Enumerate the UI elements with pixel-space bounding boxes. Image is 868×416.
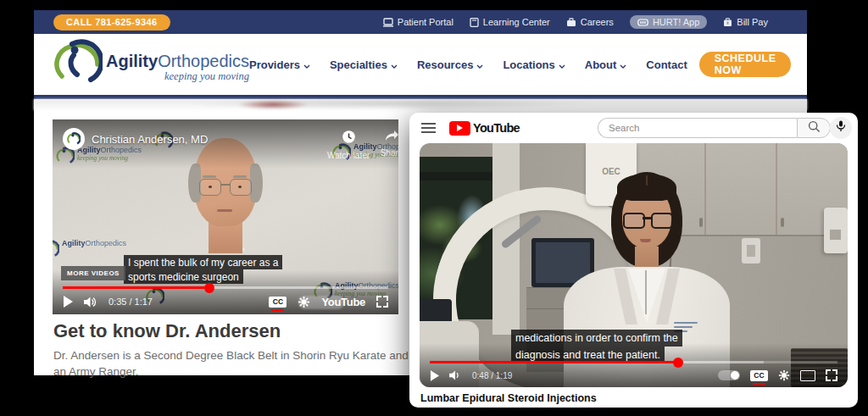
search-button[interactable]: [797, 118, 831, 138]
hero-image-edge: [34, 99, 807, 110]
youtube-logo[interactable]: YouTube: [449, 121, 520, 136]
patient-portal-icon: [383, 18, 393, 27]
top-utility-bar: CALL 781-625-9346 Patient Portal Learnin…: [34, 10, 807, 34]
hurt-app-label: HURT! App: [653, 17, 699, 27]
brand-tagline: keeping you moving: [106, 71, 249, 82]
call-button[interactable]: CALL 781-625-9346: [53, 14, 170, 31]
time-display: 0:35 / 1:17: [108, 297, 153, 307]
youtube-wordmark: YouTube: [473, 121, 520, 135]
youtube-logo-button[interactable]: YouTube: [321, 296, 365, 308]
youtube-play-badge-icon: [449, 121, 470, 136]
learning-center-link[interactable]: Learning Center: [470, 17, 550, 27]
share-label: Share: [376, 148, 398, 158]
youtube-header: YouTube: [409, 113, 858, 143]
careers-label: Careers: [581, 17, 614, 27]
player-controls: 0:35 / 1:17 CC YouTube: [53, 289, 398, 314]
nav-providers[interactable]: Providers: [249, 58, 310, 71]
youtube-video-player[interactable]: OEC medications in order to confirm the: [420, 143, 848, 387]
watch-later-button[interactable]: Watch later: [324, 130, 373, 160]
watch-later-label: Watch later: [324, 151, 373, 160]
search-input[interactable]: [598, 118, 797, 138]
video-title-link[interactable]: Christian Andersen, MD: [92, 133, 208, 146]
nav-about[interactable]: About: [585, 58, 627, 71]
cc-button[interactable]: CC: [750, 370, 768, 381]
captions: medications in order to confirm the diag…: [511, 330, 682, 363]
time-display: 0:48 / 1:19: [472, 371, 512, 380]
sanitizer-dispenser: [824, 208, 848, 253]
hurt-app-link[interactable]: HURT! App: [630, 15, 707, 29]
nav-specialties[interactable]: Specialties: [330, 58, 398, 71]
schedule-now-button[interactable]: SCHEDULE NOW: [699, 52, 792, 77]
search-bar: [598, 118, 831, 138]
play-button[interactable]: [430, 370, 439, 381]
menu-icon[interactable]: [421, 120, 436, 136]
agility-logo-mark-icon: [53, 39, 103, 90]
main-header: AgilityOrthopedics keeping you moving Pr…: [34, 34, 807, 95]
page-title: Get to know Dr. Andersen: [53, 320, 281, 342]
cc-button[interactable]: CC: [269, 297, 287, 308]
microphone-icon: [836, 120, 846, 136]
section-body-text: Dr. Andersen is a Second Degree Black Be…: [53, 347, 413, 380]
patient-portal-label: Patient Portal: [398, 17, 453, 27]
main-nav: Providers Specialties Resources Location…: [249, 58, 687, 71]
share-icon: [384, 130, 398, 144]
player-controls: 0:48 / 1:19 CC: [420, 363, 848, 387]
embedded-video-player[interactable]: AgilityOrthopedicskeeping you moving Agi…: [53, 119, 398, 314]
autoplay-toggle[interactable]: [718, 370, 740, 380]
utility-links: Patient Portal Learning Center Careers H…: [383, 15, 768, 29]
careers-link[interactable]: Careers: [566, 17, 614, 27]
volume-button[interactable]: [84, 297, 97, 308]
channel-avatar[interactable]: [63, 128, 85, 150]
book-icon: [470, 18, 479, 27]
settings-gear-icon[interactable]: [298, 296, 310, 308]
hurt-app-icon: [637, 19, 648, 26]
briefcase-icon: [566, 18, 576, 27]
video-title[interactable]: Lumbar Epidural Steroid Injections: [420, 392, 597, 404]
clock-icon: [342, 132, 356, 147]
brand-light: Orthopedics: [158, 52, 249, 70]
play-button[interactable]: [63, 296, 73, 308]
patient-portal-link[interactable]: Patient Portal: [383, 17, 453, 27]
settings-gear-icon[interactable]: [778, 369, 790, 381]
fullscreen-button[interactable]: [376, 296, 388, 308]
agility-logo[interactable]: AgilityOrthopedics keeping you moving: [53, 39, 249, 90]
more-videos-button[interactable]: MORE VIDEOS: [61, 266, 125, 280]
light-switch: [742, 238, 760, 263]
chevron-down-icon: [620, 58, 626, 71]
learning-center-label: Learning Center: [483, 17, 550, 27]
bill-pay-icon: [723, 18, 732, 27]
nav-locations[interactable]: Locations: [503, 58, 565, 71]
backdrop-logo: AgilityOrthopedics: [53, 240, 126, 258]
nav-contact[interactable]: Contact: [646, 58, 687, 71]
voice-search-button[interactable]: [830, 117, 852, 139]
nav-resources[interactable]: Resources: [417, 58, 483, 71]
captions: I spent the bulk of my career as a sport…: [124, 255, 282, 284]
share-button[interactable]: Share: [376, 130, 398, 158]
youtube-window: YouTube OEC: [409, 113, 858, 408]
brand-text: AgilityOrthopedics keeping you moving: [106, 53, 249, 82]
chevron-down-icon: [559, 58, 565, 71]
bill-pay-link[interactable]: Bill Pay: [723, 17, 768, 27]
volume-button[interactable]: [449, 370, 462, 380]
theater-mode-button[interactable]: [800, 370, 815, 381]
bill-pay-label: Bill Pay: [737, 17, 768, 27]
chevron-down-icon: [391, 58, 398, 71]
fullscreen-button[interactable]: [826, 369, 837, 381]
search-icon: [808, 120, 821, 136]
brand-bold: Agility: [106, 52, 158, 70]
chevron-down-icon: [303, 58, 310, 71]
chevron-down-icon: [476, 58, 483, 71]
